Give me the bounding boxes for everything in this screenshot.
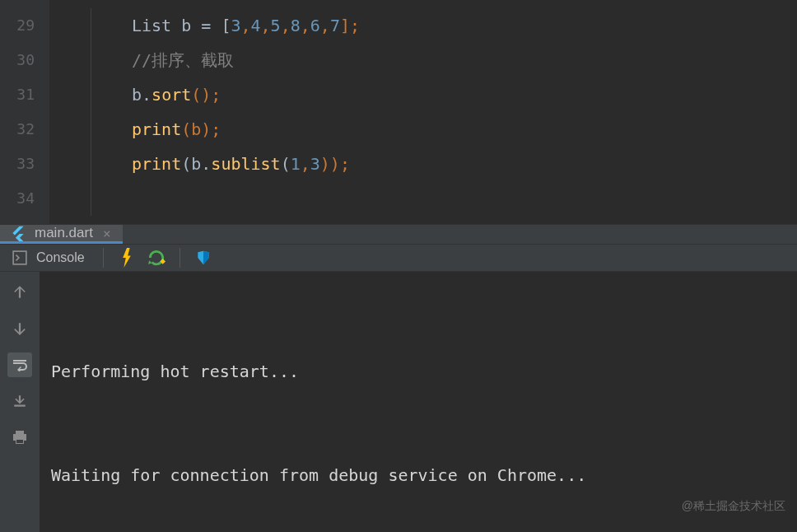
- code-line[interactable]: List b = [3,4,5,8,6,7];: [49, 8, 797, 43]
- debug-tab-bar: main.dart ×: [0, 224, 797, 244]
- line-number[interactable]: 29: [0, 8, 49, 43]
- line-number[interactable]: 31: [0, 77, 49, 112]
- scroll-down-button[interactable]: [7, 316, 32, 341]
- console-action-bar: [0, 272, 40, 532]
- toggle-console-button[interactable]: [7, 245, 33, 271]
- console-label: Console: [36, 250, 85, 265]
- code-line[interactable]: b.sort();: [49, 77, 797, 112]
- code-line[interactable]: [49, 181, 797, 216]
- line-number[interactable]: 33: [0, 147, 49, 181]
- scroll-up-button[interactable]: [7, 280, 32, 305]
- scroll-to-end-button[interactable]: [7, 389, 32, 413]
- code-content[interactable]: List b = [3,4,5,8,6,7]; //排序、截取 b.sort()…: [49, 0, 797, 224]
- code-line[interactable]: //排序、截取: [49, 43, 797, 77]
- line-number[interactable]: 32: [0, 112, 49, 147]
- print-button[interactable]: [7, 425, 32, 450]
- line-number[interactable]: 34: [0, 181, 49, 216]
- code-editor: 29 30 31 32 33 34 List b = [3,4,5,8,6,7]…: [0, 0, 797, 224]
- console-panel: Performing hot restart... Waiting for co…: [0, 272, 797, 532]
- hot-restart-button[interactable]: [143, 245, 170, 271]
- soft-wrap-button[interactable]: [7, 352, 32, 377]
- svg-rect-1: [16, 431, 24, 434]
- flutter-icon: [10, 225, 26, 241]
- line-gutter: 29 30 31 32 33 34: [0, 0, 49, 224]
- code-line[interactable]: print(b);: [49, 112, 797, 147]
- svg-rect-4: [16, 440, 23, 443]
- debug-tab-main[interactable]: main.dart ×: [0, 225, 123, 244]
- watermark: @稀土掘金技术社区: [682, 499, 785, 514]
- code-line[interactable]: print(b.sublist(1,3));: [49, 147, 797, 181]
- console-line: Performing hot restart...: [51, 354, 785, 389]
- hot-reload-button[interactable]: [114, 245, 140, 271]
- divider: [103, 248, 104, 268]
- dart-devtools-button[interactable]: [190, 245, 217, 271]
- console-output[interactable]: Performing hot restart... Waiting for co…: [40, 272, 797, 532]
- close-icon[interactable]: ×: [101, 226, 113, 241]
- console-line: Waiting for connection from debug servic…: [51, 458, 785, 492]
- line-number[interactable]: 30: [0, 43, 49, 77]
- divider: [179, 248, 180, 268]
- console-toolbar: Console: [0, 244, 797, 272]
- tab-filename: main.dart: [35, 225, 93, 241]
- indent-guide: [91, 8, 91, 216]
